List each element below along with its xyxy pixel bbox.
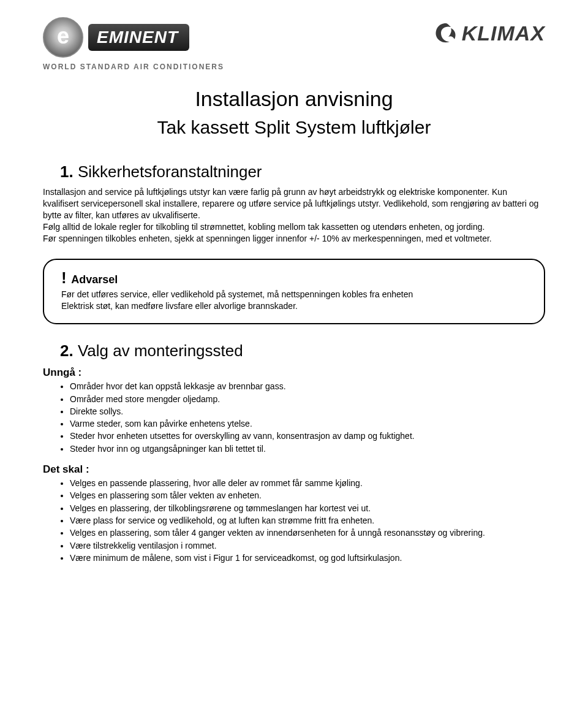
page-title: Installasjon anvisning	[43, 87, 545, 111]
warning-bang-icon: !	[61, 268, 67, 287]
warning-body: Før det utføres service, eller vedlikeho…	[61, 289, 527, 312]
avoid-item: Steder hvor inn og utgangsåpninger kan b…	[70, 443, 545, 455]
warning-box: ! Advarsel Før det utføres service, elle…	[43, 259, 545, 324]
page-subtitle: Tak kassett Split System luftkjøler	[43, 117, 545, 138]
avoid-item: Varme steder, som kan påvirke enhetens y…	[70, 417, 545, 430]
shall-item: Velges en passende plassering, hvor alle…	[70, 477, 545, 489]
avoid-item: Direkte sollys.	[70, 405, 545, 417]
klimax-swirl-icon	[432, 21, 459, 45]
section-1-body: Installasjon and service på luftkjølings…	[43, 186, 545, 244]
eminent-wordmark: EMINENT	[88, 24, 189, 51]
shall-list: Velges en passende plassering, hvor alle…	[43, 477, 545, 564]
shall-item: Velges en plassering som tåler vekten av…	[70, 489, 545, 501]
shall-item: Være plass for service og vedlikehold, o…	[70, 514, 545, 527]
warning-heading: ! Advarsel	[61, 268, 527, 288]
eminent-logo-top: e EMINENT	[43, 17, 224, 58]
section-2-number: 2.	[60, 341, 74, 360]
avoid-item: Områder med store mengder oljedamp.	[70, 393, 545, 405]
eminent-badge-icon: e	[43, 17, 83, 58]
avoid-item: Steder hvor enheten utsettes for oversky…	[70, 430, 545, 442]
eminent-e-letter: e	[57, 23, 69, 49]
shall-item: Være minimum de målene, som vist i Figur…	[70, 552, 545, 564]
shall-item: Velges en plassering, der tilkoblingsrør…	[70, 502, 545, 514]
logo-row: e EMINENT WORLD STANDARD AIR CONDITIONER…	[43, 17, 545, 71]
eminent-wordmark-text: EMINENT	[88, 24, 189, 51]
avoid-label: Unngå :	[43, 367, 545, 379]
document-page: e EMINENT WORLD STANDARD AIR CONDITIONER…	[0, 0, 588, 716]
section-2-heading: 2. Valg av monteringssted	[60, 341, 545, 360]
avoid-list: Områder hvor det kan oppstå lekkasje av …	[43, 380, 545, 455]
shall-item: Være tilstrekkelig ventilasjon i rommet.	[70, 539, 545, 552]
eminent-tagline: WORLD STANDARD AIR CONDITIONERS	[43, 63, 224, 71]
klimax-logo: KLIMAX	[432, 21, 545, 45]
shall-item: Velges en plassering, som tåler 4 ganger…	[70, 527, 545, 539]
section-1-title: Sikkerhetsforanstaltninger	[78, 162, 262, 181]
section-1-number: 1.	[60, 162, 74, 181]
avoid-item: Områder hvor det kan oppstå lekkasje av …	[70, 380, 545, 392]
klimax-wordmark: KLIMAX	[462, 21, 545, 45]
section-2-title: Valg av monteringssted	[78, 341, 243, 360]
section-1-heading: 1. Sikkerhetsforanstaltninger	[60, 162, 545, 181]
warning-label: Advarsel	[71, 273, 118, 286]
eminent-logo: e EMINENT WORLD STANDARD AIR CONDITIONER…	[43, 17, 224, 71]
shall-label: Det skal :	[43, 463, 545, 476]
